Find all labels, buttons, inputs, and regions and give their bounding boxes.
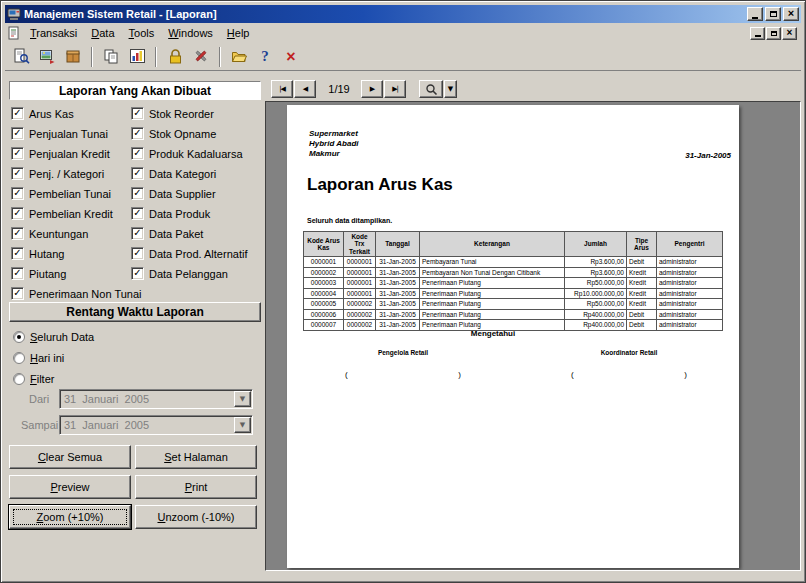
menu-tools[interactable]: Tools	[122, 24, 162, 42]
radio-filter[interactable]: Filter	[13, 371, 54, 386]
checkbox-icon: ✓	[11, 247, 24, 260]
checkbox-penjualan-kredit[interactable]: ✓Penjualan Kredit	[11, 146, 110, 161]
zoom-tool-button[interactable]	[419, 80, 443, 98]
checkbox-data-paket[interactable]: ✓Data Paket	[131, 226, 203, 241]
menu-windows[interactable]: Windows	[161, 24, 220, 42]
first-page-icon: |◀	[279, 86, 285, 93]
print-button[interactable]: Print	[135, 475, 257, 499]
export-image-button[interactable]	[35, 45, 59, 69]
dropdown-button[interactable]: ▼	[234, 391, 251, 407]
date-from-combo[interactable]: 31 Januari 2005 ▼	[59, 389, 253, 409]
checkbox-penerimaan-non-tunai[interactable]: ✓Penerimaan Non Tunai	[11, 286, 142, 301]
checkbox-pembelian-kredit[interactable]: ✓Pembelian Kredit	[11, 206, 113, 221]
minimize-icon	[752, 17, 758, 19]
checkbox-label: Produk Kadaluarsa	[149, 148, 243, 160]
checkbox-data-kategori[interactable]: ✓Data Kategori	[131, 166, 216, 181]
clear-semua-button[interactable]: Clear Semua	[9, 445, 131, 469]
zoom-dropdown-button[interactable]: ▼	[444, 80, 457, 98]
report-date: 31-Jan-2005	[685, 151, 731, 160]
table-header-row: Kode Arus Kas Kode Trx Terkait Tanggal K…	[304, 232, 723, 257]
paren-open: (	[571, 370, 574, 379]
close-button[interactable]: ×	[783, 7, 799, 21]
checkbox-piutang[interactable]: ✓Piutang	[11, 266, 66, 281]
cell: Kredit	[627, 288, 657, 298]
toolbar-separator	[155, 47, 157, 67]
checkbox-data-produk[interactable]: ✓Data Produk	[131, 206, 210, 221]
preview-button[interactable]: Preview	[9, 475, 131, 499]
mdi-close-button[interactable]: ×	[782, 27, 797, 40]
report-page: Supermarket Hybrid Abadi Makmur 31-Jan-2…	[287, 105, 739, 568]
checkbox-penjualan-tunai[interactable]: ✓Penjualan Tunai	[11, 126, 108, 141]
sign-right-block: Koordinator Retail ()	[571, 349, 687, 379]
checkbox-data-prod-alternatif[interactable]: ✓Data Prod. Alternatif	[131, 246, 247, 261]
cell: Penerimaan Piutang	[420, 299, 565, 309]
radio-seluruh-data[interactable]: Seluruh Data	[13, 329, 94, 344]
nav-prev-button[interactable]: ◀	[294, 80, 316, 98]
checkbox-penj-kategori[interactable]: ✓Penj. / Kategori	[11, 166, 104, 181]
mdi-window-controls: ×	[750, 27, 799, 40]
report-window-icon	[7, 26, 21, 40]
cell: Kredit	[627, 278, 657, 288]
radio-label: Filter	[30, 373, 54, 385]
checkbox-icon: ✓	[11, 207, 24, 220]
table-row: 0000002000000131-Jan-2005Pembayaran Non …	[304, 267, 723, 277]
menu-data[interactable]: Data	[84, 24, 121, 42]
checkbox-label: Data Prod. Alternatif	[149, 248, 247, 260]
checkbox-label: Penjualan Kredit	[29, 148, 110, 160]
mdi-restore-button[interactable]	[766, 27, 781, 40]
open-folder-button[interactable]	[227, 45, 251, 69]
zoom-button[interactable]: Zoom (+10%)	[9, 505, 131, 529]
help-button[interactable]: ?	[253, 45, 277, 69]
checkbox-arus-kas[interactable]: ✓Arus Kas	[11, 106, 74, 121]
copy-icon	[103, 48, 120, 65]
page-indicator: 1/19	[317, 83, 361, 95]
menu-help[interactable]: Help	[220, 24, 257, 42]
radio-hari-ini[interactable]: Hari ini	[13, 350, 64, 365]
last-page-icon: ▶|	[392, 86, 398, 93]
restore-icon	[770, 11, 777, 17]
unzoom-button[interactable]: Unzoom (-10%)	[135, 505, 257, 529]
checkbox-stok-opname[interactable]: ✓Stok Opname	[131, 126, 216, 141]
restore-button[interactable]	[765, 7, 781, 21]
checkbox-produk-kadaluarsa[interactable]: ✓Produk Kadaluarsa	[131, 146, 243, 161]
copy-button[interactable]	[99, 45, 123, 69]
set-halaman-button[interactable]: Set Halaman	[135, 445, 257, 469]
tools-icon	[193, 48, 210, 65]
cell: administrator	[657, 288, 723, 298]
cell: administrator	[657, 278, 723, 288]
checkbox-pembelian-tunai[interactable]: ✓Pembelian Tunai	[11, 186, 111, 201]
package-icon	[65, 48, 82, 65]
checkbox-icon: ✓	[131, 227, 144, 240]
column-header: Jumlah	[565, 232, 627, 257]
company-line: Supermarket	[309, 129, 358, 139]
checkbox-label: Penj. / Kategori	[29, 168, 104, 180]
cell: Rp50.000,00	[565, 299, 627, 309]
exit-button[interactable]: ×	[279, 45, 303, 69]
checkbox-data-pelanggan[interactable]: ✓Data Pelanggan	[131, 266, 228, 281]
dropdown-button[interactable]: ▼	[234, 417, 251, 433]
mdi-minimize-button[interactable]	[750, 27, 765, 40]
menu-transaksi[interactable]: Transaksi	[23, 24, 84, 42]
checkbox-keuntungan[interactable]: ✓Keuntungan	[11, 226, 88, 241]
nav-next-button[interactable]: ▶	[361, 80, 383, 98]
tools-button[interactable]	[189, 45, 213, 69]
cell: Rp3.600,00	[565, 267, 627, 277]
checkbox-data-supplier[interactable]: ✓Data Supplier	[131, 186, 216, 201]
package-button[interactable]	[61, 45, 85, 69]
cell: Penerimaan Piutang	[420, 288, 565, 298]
checkbox-hutang[interactable]: ✓Hutang	[11, 246, 64, 261]
chart-button[interactable]	[125, 45, 149, 69]
cell: 31-Jan-2005	[376, 309, 420, 319]
checkbox-icon: ✓	[131, 147, 144, 160]
cell: 0000004	[304, 288, 344, 298]
preview-report-button[interactable]	[9, 45, 33, 69]
nav-first-button[interactable]: |◀	[271, 80, 293, 98]
checkbox-stok-reorder[interactable]: ✓Stok Reorder	[131, 106, 214, 121]
minimize-button[interactable]	[747, 7, 763, 21]
title-bar[interactable]: Manajemen Sistem Retail - [Laporan] ×	[5, 5, 801, 23]
cell: Penerimaan Piutang	[420, 278, 565, 288]
lock-button[interactable]	[163, 45, 187, 69]
date-to-combo[interactable]: 31 Januari 2005 ▼	[59, 415, 253, 435]
nav-last-button[interactable]: ▶|	[384, 80, 406, 98]
radio-icon	[13, 352, 25, 364]
